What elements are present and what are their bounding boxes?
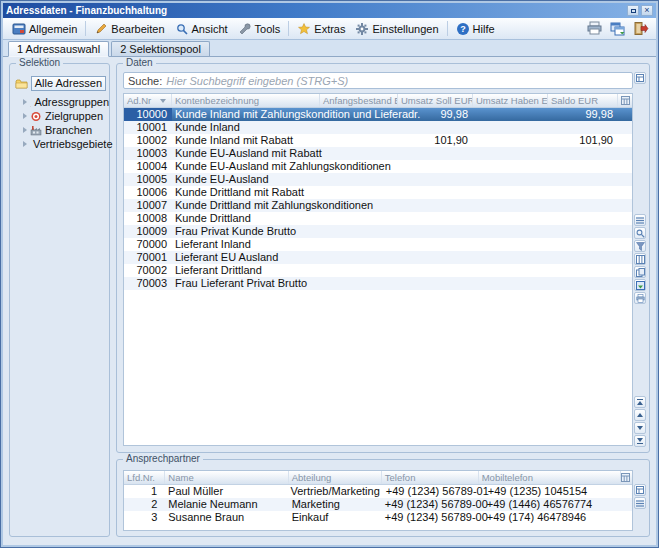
- tree-item-vertriebsgebiete[interactable]: Vertriebsgebiete: [10, 137, 109, 151]
- columns-button[interactable]: [634, 253, 646, 265]
- cell-soll: [398, 251, 473, 264]
- menu-ansicht[interactable]: Ansicht: [170, 20, 233, 38]
- print-icon: [586, 21, 603, 36]
- table-options-icon[interactable]: [621, 96, 630, 105]
- cell-saldo: 99,98: [548, 108, 618, 121]
- menu-einstellungen[interactable]: Einstellungen: [350, 20, 443, 38]
- tab-selektionspool[interactable]: 2 Selektionspool: [111, 41, 210, 56]
- print-button[interactable]: [584, 20, 604, 38]
- tree-item-adressgruppen[interactable]: Adressgruppen: [10, 95, 109, 109]
- cell-nr: 2: [124, 498, 165, 511]
- column-header-abteilung[interactable]: Abteilung: [289, 471, 382, 484]
- row-spacer: [618, 108, 632, 121]
- column-header-name[interactable]: Name: [165, 471, 288, 484]
- column-header-adnr[interactable]: Ad.Nr: [124, 94, 172, 107]
- table-row[interactable]: 10009Frau Privat Kunde Brutto: [124, 225, 632, 238]
- table-row[interactable]: 10008Kunde Drittland: [124, 212, 632, 225]
- menu-hilfe[interactable]: ? Hilfe: [451, 20, 500, 38]
- search-button[interactable]: [634, 227, 646, 239]
- tree-item-label: Adressgruppen: [34, 96, 109, 108]
- copy-icon: [636, 268, 645, 277]
- row-spacer: [618, 212, 632, 225]
- table-row[interactable]: 70002Lieferant Drittland: [124, 264, 632, 277]
- first-record-button[interactable]: [634, 396, 646, 408]
- table-row[interactable]: 10005Kunde EU-Ausland: [124, 173, 632, 186]
- cell-haben: [473, 134, 548, 147]
- accounts-table: Ad.Nr Kontenbezeichnung Anfangsbestand E…: [123, 93, 633, 446]
- cell-abteilung: Marketing: [289, 498, 382, 511]
- cell-name: Lieferant Inland: [172, 238, 320, 251]
- print-icon: [636, 294, 645, 303]
- tab-adressauswahl[interactable]: 1 Adressauswahl: [8, 41, 109, 57]
- column-header-anfangsbestand[interactable]: Anfangsbestand EUR: [320, 94, 398, 107]
- cell-telefon: +49 (1234) 56789-01: [383, 485, 485, 498]
- column-header-mobiltelefon[interactable]: Mobiltelefon: [479, 471, 621, 484]
- cell-nr: 10000: [124, 108, 172, 121]
- cell-saldo: [548, 238, 618, 251]
- cell-anfang: [320, 212, 398, 225]
- table-row[interactable]: 10001Kunde Inland: [124, 121, 632, 134]
- table-row[interactable]: 3Susanne BraunEinkauf+49 (1234) 56789-00…: [124, 511, 632, 524]
- menu-allgemein[interactable]: Allgemein: [7, 20, 82, 38]
- menu-button[interactable]: [634, 214, 646, 226]
- expander-icon[interactable]: [23, 127, 27, 133]
- column-header-kontenbezeichnung[interactable]: Kontenbezeichnung: [172, 94, 320, 107]
- cell-name: Kunde EU-Ausland mit Zahlungskonditionen: [172, 160, 320, 173]
- strip-top: [634, 72, 646, 85]
- cell-name: Frau Lieferant Privat Brutto: [172, 277, 320, 290]
- table-options-button[interactable]: [634, 484, 646, 496]
- table-row[interactable]: 10006Kunde Drittland mit Rabatt: [124, 186, 632, 199]
- exit-button[interactable]: [630, 20, 650, 38]
- export-button[interactable]: [634, 279, 646, 291]
- cell-saldo: [548, 121, 618, 134]
- table-options-button[interactable]: [634, 72, 646, 84]
- tree-root-alle-adressen[interactable]: Alle Adressen: [15, 76, 106, 91]
- cell-nr: 10004: [124, 160, 172, 173]
- print-button-grid[interactable]: [634, 292, 646, 304]
- tree-item-zielgruppen[interactable]: Zielgruppen: [10, 109, 109, 123]
- cell-nr: 70001: [124, 251, 172, 264]
- menu-label: Einstellungen: [372, 23, 438, 35]
- cell-saldo: [548, 212, 618, 225]
- table-row[interactable]: 10000Kunde Inland mit Zahlungskondition …: [124, 108, 632, 121]
- close-button[interactable]: ×: [641, 5, 653, 16]
- header-spacer: [621, 471, 632, 484]
- column-header-lfdnr[interactable]: Lfd.Nr.: [124, 471, 165, 484]
- table-options-icon[interactable]: [621, 473, 630, 482]
- menu-tools[interactable]: Tools: [233, 20, 286, 38]
- reports-button[interactable]: [607, 20, 627, 38]
- prev-record-button[interactable]: [634, 409, 646, 421]
- column-header-umsatz-haben[interactable]: Umsatz Haben EUR: [473, 94, 548, 107]
- cell-name: Kunde EU-Ausland: [172, 173, 320, 186]
- next-record-button[interactable]: [634, 422, 646, 434]
- table-row[interactable]: 10003Kunde EU-Ausland mit Rabatt: [124, 147, 632, 160]
- table-row[interactable]: 70000Lieferant Inland: [124, 238, 632, 251]
- table-row[interactable]: 10007Kunde Drittland mit Zahlungskonditi…: [124, 199, 632, 212]
- menu-bearbeiten[interactable]: Bearbeiten: [89, 20, 169, 38]
- copy-button[interactable]: [634, 266, 646, 278]
- menu-separator: [288, 21, 289, 36]
- table-row[interactable]: 1Paul MüllerVertrieb/Marketing+49 (1234)…: [124, 485, 632, 498]
- expander-icon[interactable]: [23, 141, 27, 147]
- table-row[interactable]: 10002Kunde Inland mit Rabatt101,90101,90: [124, 134, 632, 147]
- filter-button[interactable]: [634, 240, 646, 252]
- column-header-saldo[interactable]: Saldo EUR: [548, 94, 618, 107]
- expander-icon[interactable]: [23, 99, 27, 105]
- restore-button[interactable]: [627, 5, 639, 16]
- table-row[interactable]: 10004Kunde EU-Ausland mit Zahlungskondit…: [124, 160, 632, 173]
- column-header-umsatz-soll[interactable]: Umsatz Soll EUR: [398, 94, 473, 107]
- column-header-telefon[interactable]: Telefon: [382, 471, 479, 484]
- search-input[interactable]: [166, 75, 628, 87]
- menu-button[interactable]: [634, 497, 646, 509]
- cell-saldo: [548, 251, 618, 264]
- last-record-button[interactable]: [634, 435, 646, 447]
- expander-icon[interactable]: [23, 113, 27, 119]
- last-record-icon: [637, 438, 643, 444]
- table-row[interactable]: 70003Frau Lieferant Privat Brutto: [124, 277, 632, 290]
- search-box: Suche:: [123, 72, 633, 89]
- tree-item-branchen[interactable]: Branchen: [10, 123, 109, 137]
- table-row[interactable]: 2Melanie NeumannMarketing+49 (1234) 5678…: [124, 498, 632, 511]
- cell-haben: [473, 186, 548, 199]
- menu-extras[interactable]: Extras: [292, 20, 350, 38]
- table-row[interactable]: 70001Lieferant EU Ausland: [124, 251, 632, 264]
